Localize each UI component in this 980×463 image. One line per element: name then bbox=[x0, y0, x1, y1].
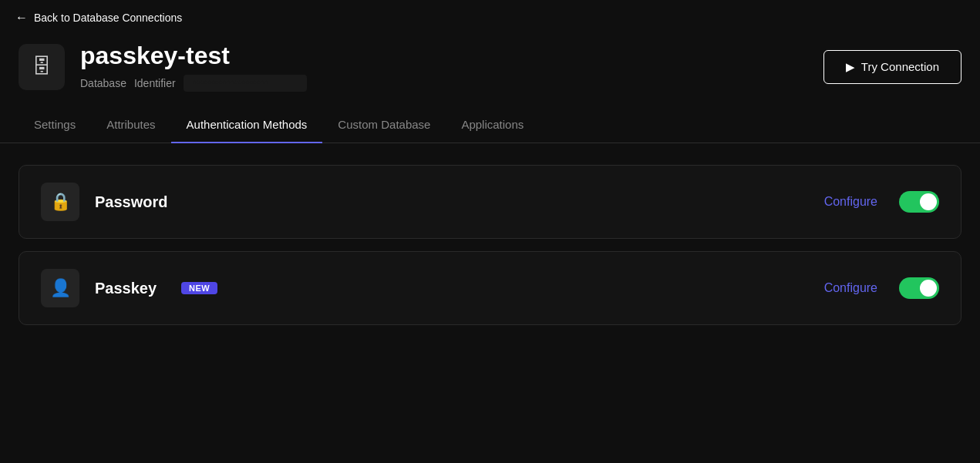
tabs-container: Settings Attributes Authentication Metho… bbox=[0, 107, 980, 143]
lock-icon: 🔒 bbox=[50, 192, 71, 212]
new-badge: NEW bbox=[181, 282, 217, 294]
password-toggle[interactable] bbox=[899, 191, 939, 213]
password-toggle-track bbox=[899, 191, 939, 213]
password-icon-box: 🔒 bbox=[41, 183, 79, 221]
identifier-value: •••••••••••••••••••• bbox=[184, 75, 307, 92]
tab-custom-database[interactable]: Custom Database bbox=[322, 107, 446, 143]
passkey-name: Passkey bbox=[95, 280, 157, 297]
connection-name: passkey-test bbox=[80, 42, 307, 70]
passkey-toggle-track bbox=[899, 277, 939, 299]
try-connection-button[interactable]: ▶ Try Connection bbox=[823, 50, 961, 84]
password-configure-link[interactable]: Configure bbox=[824, 195, 877, 209]
back-arrow-icon: ← bbox=[15, 11, 28, 25]
database-icon-box: 🗄 bbox=[19, 44, 65, 90]
auth-method-password: 🔒 Password Configure bbox=[19, 165, 961, 239]
auth-method-passkey: 👤 Passkey NEW Configure bbox=[19, 251, 961, 325]
header-meta: Database Identifier •••••••••••••••••••• bbox=[80, 75, 307, 92]
back-nav-label: Back to Database Connections bbox=[34, 12, 182, 24]
main-content: 🔒 Password Configure 👤 Passkey NEW Confi… bbox=[0, 143, 980, 347]
tab-attributes[interactable]: Attributes bbox=[91, 107, 170, 143]
back-navigation[interactable]: ← Back to Database Connections bbox=[0, 0, 980, 35]
play-icon: ▶ bbox=[846, 60, 855, 74]
db-label: Database bbox=[80, 77, 126, 89]
passkey-configure-link[interactable]: Configure bbox=[824, 281, 877, 295]
passkey-toggle[interactable] bbox=[899, 277, 939, 299]
password-toggle-thumb bbox=[920, 193, 937, 210]
auth-card-left-password: 🔒 Password bbox=[41, 183, 167, 221]
page-header: 🗄 passkey-test Database Identifier •••••… bbox=[0, 35, 980, 107]
database-icon: 🗄 bbox=[32, 55, 52, 79]
auth-card-right-password: Configure bbox=[824, 191, 939, 213]
try-connection-label: Try Connection bbox=[861, 60, 939, 73]
auth-card-right-passkey: Configure bbox=[824, 277, 939, 299]
password-name: Password bbox=[95, 193, 167, 211]
auth-card-left-passkey: 👤 Passkey NEW bbox=[41, 269, 217, 307]
passkey-toggle-thumb bbox=[920, 280, 937, 297]
header-title-block: passkey-test Database Identifier •••••••… bbox=[80, 42, 307, 92]
tab-settings[interactable]: Settings bbox=[19, 107, 91, 143]
header-left: 🗄 passkey-test Database Identifier •••••… bbox=[19, 42, 307, 92]
identifier-label: Identifier bbox=[134, 77, 176, 89]
passkey-icon: 👤 bbox=[50, 278, 71, 298]
passkey-icon-box: 👤 bbox=[41, 269, 79, 307]
tab-authentication-methods[interactable]: Authentication Methods bbox=[171, 107, 323, 143]
tab-applications[interactable]: Applications bbox=[446, 107, 539, 143]
